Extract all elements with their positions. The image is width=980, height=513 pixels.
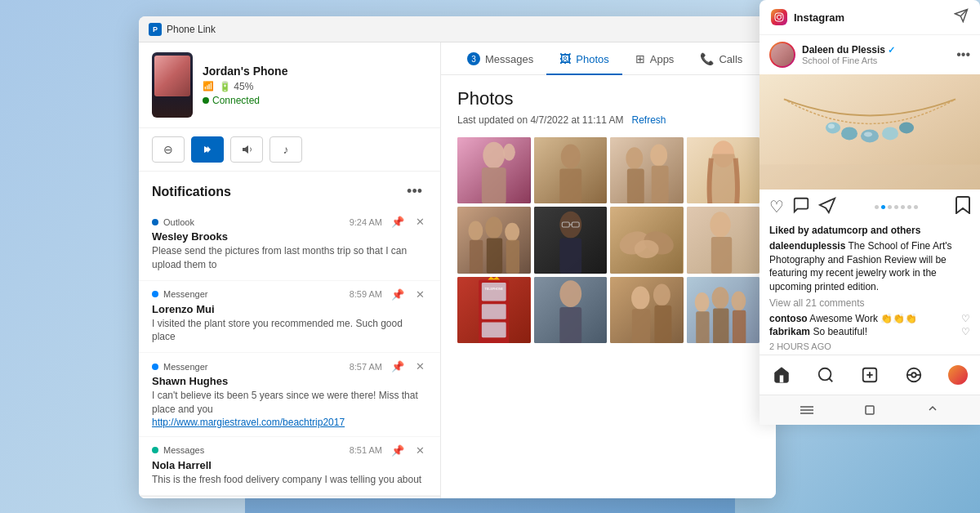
photo-cell[interactable] (610, 207, 684, 273)
ig-comment-like-1[interactable]: ♡ (961, 313, 970, 324)
bookmark-button[interactable] (956, 196, 970, 218)
pin-icon[interactable]: 📌 (389, 288, 407, 301)
notif-message: I can't believe its been 5 years since w… (152, 389, 427, 417)
ig-nav-profile[interactable] (936, 362, 980, 388)
svg-point-45 (631, 286, 649, 309)
ig-avatar-inner (771, 43, 794, 66)
signal-icon: 📶 (203, 81, 214, 91)
refresh-link[interactable]: Refresh (632, 114, 666, 126)
svg-point-30 (635, 240, 659, 258)
svg-rect-7 (610, 137, 684, 203)
photo-cell[interactable] (687, 137, 760, 203)
notif-sender: Shawn Hughes (152, 375, 427, 387)
ig-nav-reels[interactable] (892, 363, 936, 387)
ig-caption: daleenduplessis The School of Fine Art's… (760, 239, 980, 297)
notification-item[interactable]: Messenger 8:59 AM 📌 ✕ Lorenzo Mui I visi… (139, 281, 440, 354)
ig-view-comments[interactable]: View all 21 comments (760, 297, 980, 312)
svg-point-52 (711, 287, 728, 309)
ig-subtitle: School of Fine Arts (802, 56, 956, 65)
photos-area: Photos Last updated on 4/7/2022 at 11:11… (441, 75, 776, 498)
svg-rect-2 (482, 167, 506, 203)
photo-cell[interactable]: TELEPHONE (457, 277, 531, 343)
ig-send-button[interactable] (954, 8, 969, 26)
phone-recents-button[interactable] (920, 402, 945, 418)
pin-icon[interactable]: 📌 (389, 444, 407, 457)
notification-item[interactable]: Outlook 9:24 AM 📌 ✕ Wesley Brooks Please… (139, 208, 440, 281)
share-button[interactable] (818, 196, 836, 218)
ig-nav-search[interactable] (804, 363, 848, 387)
close-icon[interactable]: ✕ (413, 444, 427, 457)
photo-cell[interactable] (534, 207, 608, 273)
verified-badge: ✓ (888, 45, 895, 56)
svg-point-66 (899, 122, 914, 133)
ig-timestamp: 2 hours ago (760, 338, 980, 355)
svg-rect-69 (760, 164, 980, 189)
title-bar: P Phone Link (139, 16, 776, 42)
ig-phone-bar (760, 395, 980, 425)
phone-back-button[interactable] (795, 402, 819, 418)
close-icon[interactable]: ✕ (413, 215, 427, 229)
svg-marker-70 (820, 199, 835, 212)
carousel-dot (894, 205, 898, 209)
carousel-dot (901, 205, 905, 209)
phone-info: Jordan's Phone 📶 🔋 45% Connected (139, 42, 440, 128)
notif-time: 9:24 AM (350, 217, 382, 227)
svg-rect-48 (654, 305, 671, 343)
app-icon: P (149, 23, 162, 36)
sound-button[interactable] (230, 136, 263, 163)
photo-cell[interactable] (457, 137, 531, 203)
tab-messages[interactable]: 3 Messages (454, 42, 546, 75)
notif-message: I visited the plant store you recommende… (152, 317, 427, 345)
notif-link[interactable]: http://www.margiestravel.com/beachtrip20… (152, 417, 427, 428)
photos-meta: Last updated on 4/7/2022 at 11:11 AM Ref… (457, 114, 760, 126)
notif-time: 8:59 AM (350, 289, 382, 299)
notification-item[interactable]: Messages 8:51 AM 📌 ✕ Nola Harrell This i… (139, 437, 440, 496)
svg-point-65 (882, 127, 898, 140)
notifications-menu-button[interactable]: ••• (402, 181, 427, 202)
svg-point-67 (828, 123, 835, 128)
ig-nav-add[interactable] (848, 363, 892, 387)
phone-details: Jordan's Phone 📶 🔋 45% Connected (203, 65, 427, 106)
close-icon[interactable]: ✕ (413, 288, 427, 301)
ig-post-image (760, 74, 980, 190)
svg-point-15 (468, 221, 483, 241)
ig-avatar (769, 42, 795, 68)
photo-cell[interactable] (534, 277, 608, 343)
photo-cell[interactable] (534, 137, 608, 203)
photo-cell[interactable] (457, 207, 531, 273)
notification-item[interactable]: Messenger 8:57 AM 📌 ✕ Shawn Hughes I can… (139, 353, 440, 437)
ig-comment-like-2[interactable]: ♡ (961, 326, 970, 337)
ig-more-button[interactable]: ••• (956, 47, 970, 62)
carousel-dot (914, 205, 918, 209)
mute-button[interactable]: ⊖ (152, 136, 185, 163)
tab-photos[interactable]: 🖼 Photos (546, 42, 621, 75)
ig-comment-user: contoso (769, 313, 808, 324)
notif-sender: Lorenzo Mui (152, 303, 427, 315)
photo-cell[interactable] (687, 207, 760, 273)
phone-name: Jordan's Phone (203, 65, 427, 78)
phone-home-button[interactable] (858, 402, 882, 418)
music-button[interactable]: ♪ (270, 136, 302, 163)
svg-rect-56 (775, 13, 783, 21)
nav-tabs: 3 Messages 🖼 Photos ⊞ Apps 📞 Calls (441, 42, 776, 75)
outlook-dot (152, 219, 158, 225)
tab-apps[interactable]: ⊞ Apps (622, 42, 688, 75)
pin-icon[interactable]: 📌 (389, 359, 407, 373)
bluetooth-button[interactable] (191, 136, 224, 163)
ig-comment-row: fabrikam So beautiful! ♡ (760, 325, 980, 338)
svg-rect-20 (506, 240, 519, 274)
like-button[interactable]: ♡ (769, 197, 784, 216)
svg-point-71 (819, 368, 831, 381)
photos-last-updated: Last updated on 4/7/2022 at 11:11 AM (457, 114, 624, 126)
tab-calls[interactable]: 📞 Calls (687, 42, 755, 75)
photo-cell[interactable] (610, 137, 684, 203)
notif-top-row: Messages 8:51 AM 📌 ✕ (152, 444, 427, 457)
ig-nav-home[interactable] (760, 363, 804, 387)
photo-cell[interactable] (610, 277, 684, 343)
comment-button[interactable] (792, 196, 810, 218)
close-icon[interactable]: ✕ (413, 359, 427, 373)
ig-bottom-nav (760, 355, 980, 395)
pin-icon[interactable]: 📌 (389, 215, 407, 229)
photo-cell[interactable] (687, 277, 760, 343)
svg-rect-9 (627, 168, 644, 203)
